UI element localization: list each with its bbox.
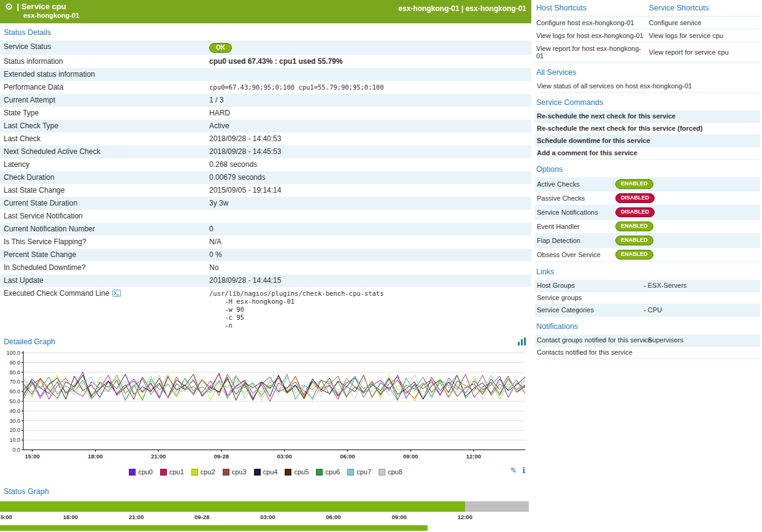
svg-text:09-28: 09-28 — [214, 453, 229, 460]
option-row[interactable]: Service NotificationsDISABLED — [535, 206, 760, 220]
link-row[interactable]: Service groups — [535, 292, 760, 304]
field-label: Performance Data — [0, 81, 206, 94]
option-row[interactable]: Event HandlerENABLED — [535, 220, 760, 234]
bar-chart-icon[interactable] — [517, 337, 526, 346]
legend-item: cpu1 — [160, 468, 184, 476]
host-shortcut-link[interactable]: View report for host esx-hongkong-01 — [535, 42, 648, 63]
notifications-heading[interactable]: Notifications — [535, 317, 760, 334]
links-list: Host Groups- ESX-ServersService groupsSe… — [535, 280, 760, 317]
table-row: Last State Change2015/09/05 - 19:14:14 — [0, 184, 531, 197]
link-row[interactable]: Host Groups- ESX-Servers — [535, 280, 760, 292]
field-label: Current Attempt — [0, 94, 206, 107]
field-label: Extended status information — [0, 68, 206, 81]
field-label: Next Scheduled Active Check — [0, 145, 206, 158]
field-value: 2018/09/28 - 14:40:53 — [206, 133, 531, 145]
row-label: Contact groups notified for this service — [537, 336, 642, 344]
service-command-link[interactable]: Add a comment for this service — [535, 147, 760, 160]
option-label: Event Handler — [537, 223, 615, 231]
link-row[interactable]: Service Categories- CPU — [535, 304, 760, 317]
cpu-usage-chart: 0.010.020.030.040.050.060.070.080.090.01… — [0, 349, 529, 463]
status-graph-axis: 15:0018:0021:0009-2803:0006:0009:0012:00 — [0, 513, 529, 522]
service-shortcut-link[interactable]: View report for service cpu — [648, 42, 761, 63]
host-shortcuts-heading[interactable]: Host Shortcuts — [535, 0, 648, 17]
status-details-heading[interactable]: Status Details — [0, 23, 531, 40]
service-shortcut-link[interactable]: View logs for service cpu — [648, 29, 761, 42]
row-label: Service Categories — [537, 306, 642, 314]
all-services-heading[interactable]: All Services — [535, 63, 760, 80]
service-command-link[interactable]: Re-schedule the next check for this serv… — [535, 110, 760, 123]
status-axis-label: 09-28 — [194, 514, 209, 520]
svg-text:80.0: 80.0 — [9, 369, 20, 376]
option-row[interactable]: Obsess Over ServiceENABLED — [535, 248, 760, 262]
field-label: Service Status — [0, 40, 206, 55]
option-row[interactable]: Passive ChecksDISABLED — [535, 191, 760, 206]
field-value: 3y 3w — [206, 197, 531, 210]
field-value: 2018/09/28 - 14:45:53 — [206, 145, 531, 158]
option-row[interactable]: Flap DetectionENABLED — [535, 234, 760, 248]
notification-row[interactable]: Contact groups notified for this service… — [535, 334, 760, 347]
shortcut-row: View logs for host esx-hongkong-01View l… — [535, 29, 760, 42]
status-graph-bar[interactable] — [0, 501, 529, 512]
legend-swatch — [347, 469, 354, 476]
host-shortcut-link[interactable]: Configure host esx-hongkong-01 — [535, 17, 648, 29]
shortcut-row: Configure host esx-hongkong-01Configure … — [535, 17, 760, 29]
service-shortcuts-heading[interactable]: Service Shortcuts — [648, 0, 761, 17]
legend-swatch — [160, 469, 167, 476]
status-graph-heading[interactable]: Status Graph — [0, 479, 531, 499]
status-axis-label: 03:00 — [260, 514, 275, 520]
all-services-link[interactable]: View status of all services on host esx-… — [535, 80, 760, 93]
status-segment-nodata — [465, 501, 529, 512]
option-state-badge[interactable]: ENABLED — [615, 179, 653, 189]
edit-graph-icon[interactable]: ✎ — [510, 466, 517, 475]
links-heading[interactable]: Links — [535, 262, 760, 280]
notification-row[interactable]: Contacts notified for this service — [535, 347, 760, 359]
field-value: OK — [206, 40, 531, 55]
host-shortcut-link[interactable]: View logs for host esx-hongkong-01 — [535, 29, 648, 42]
option-state-badge[interactable]: ENABLED — [615, 236, 653, 245]
row-value: - CPU — [644, 306, 662, 314]
service-shortcut-link[interactable]: Configure service — [648, 17, 761, 29]
svg-text:03:00: 03:00 — [277, 453, 292, 460]
status-axis-label: 18:00 — [63, 514, 78, 520]
shortcut-row: View report for host esx-hongkong-01View… — [535, 42, 760, 63]
field-label: Check Duration — [0, 171, 206, 184]
legend-label: cpu5 — [294, 468, 309, 476]
option-label: Passive Checks — [537, 195, 615, 202]
legend-swatch — [129, 469, 136, 476]
legend-label: cpu1 — [169, 468, 184, 476]
option-state-badge[interactable]: ENABLED — [615, 250, 653, 260]
field-label: Status information — [0, 55, 206, 68]
gear-icon[interactable]: ⚙ — [5, 2, 13, 11]
legend-label: cpu4 — [263, 468, 278, 476]
field-label: Latency — [0, 158, 206, 171]
graph-info-icon[interactable]: ℹ — [522, 466, 525, 475]
row-label: Add a comment for this service — [537, 149, 637, 157]
service-commands-heading[interactable]: Service Commands — [535, 93, 760, 110]
option-row[interactable]: Active ChecksENABLED — [535, 177, 760, 191]
option-state-badge[interactable]: DISABLED — [615, 193, 655, 203]
command-expand-icon[interactable] — [112, 290, 121, 299]
field-label: Last Update — [0, 274, 206, 287]
header-host-links[interactable]: esx-hongkong-01 | esx-hongkong-01 — [398, 4, 526, 13]
table-row: Last Check2018/09/28 - 14:40:53 — [0, 133, 531, 145]
field-label: Last Service Notification — [0, 210, 206, 223]
option-state-badge[interactable]: ENABLED — [615, 222, 653, 231]
option-state-badge[interactable]: DISABLED — [615, 207, 655, 217]
field-label: Last State Change — [0, 184, 206, 197]
svg-text:30.0: 30.0 — [9, 418, 20, 424]
options-heading[interactable]: Options — [535, 160, 760, 177]
app-header: ⚙ | Service cpu esx-hongkong-01 esx-hong… — [0, 0, 531, 23]
field-value: 0.00679 seconds — [206, 171, 531, 184]
svg-text:20.0: 20.0 — [9, 427, 20, 433]
service-command-link[interactable]: Schedule downtime for this service — [535, 135, 760, 147]
table-row: Percent State Change0 % — [0, 249, 531, 261]
svg-text:60.0: 60.0 — [9, 388, 20, 395]
legend-item: cpu4 — [254, 468, 278, 476]
detailed-graph-heading[interactable]: Detailed Graph — [4, 337, 55, 346]
row-label: Re-schedule the next check for this serv… — [537, 112, 675, 120]
legend-swatch — [223, 469, 229, 476]
legend-label: cpu7 — [356, 468, 371, 476]
service-command-link[interactable]: Re-schedule the next check for this serv… — [535, 123, 760, 135]
table-row: Current State Duration3y 3w — [0, 197, 531, 210]
table-row: Latency0.268 seconds — [0, 158, 531, 171]
